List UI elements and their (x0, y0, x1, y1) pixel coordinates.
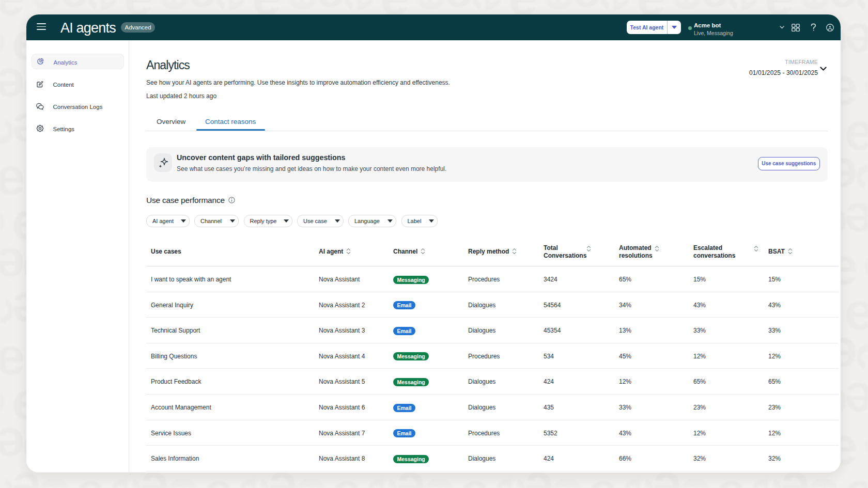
svg-text:e: e (862, 387, 868, 416)
svg-text:e: e (862, 297, 868, 326)
svg-text:e: e (846, 432, 868, 461)
svg-text:e: e (846, 252, 868, 281)
svg-text:e: e (862, 117, 868, 147)
svg-text:e: e (846, 0, 868, 11)
svg-text:e: e (862, 207, 868, 237)
svg-text:e: e (846, 342, 868, 371)
svg-text:e: e (846, 72, 868, 102)
svg-text:e: e (862, 27, 868, 57)
svg-text:e: e (862, 477, 868, 488)
svg-text:e: e (846, 162, 868, 192)
